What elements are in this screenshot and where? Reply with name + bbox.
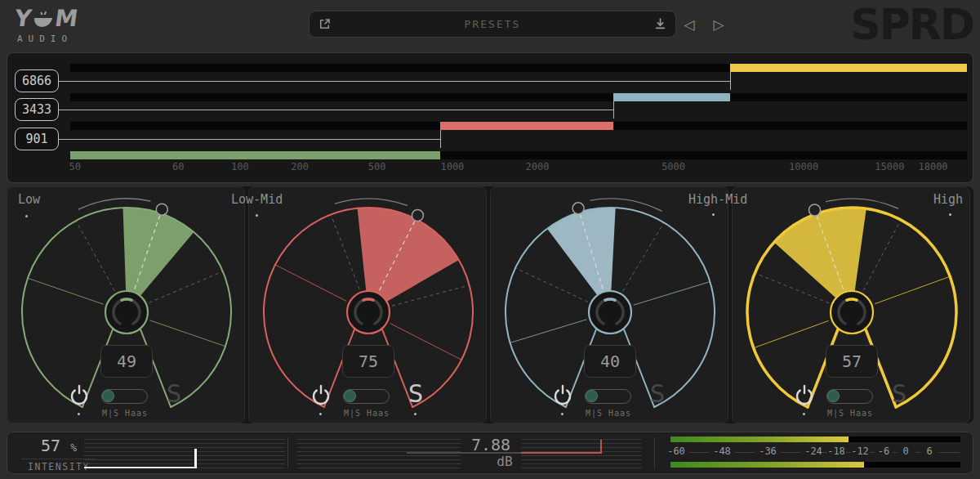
crossover-value-901[interactable]: 901 [15, 128, 59, 150]
high-mid-ms-haas-label: M|S Haas [572, 409, 644, 418]
gauge-swoosh [335, 199, 407, 205]
meter-bar-left [670, 436, 960, 442]
freq-track-high-mid [70, 93, 967, 101]
meter-scale-label: 6 [926, 445, 932, 457]
save-preset-icon[interactable] [653, 17, 667, 31]
intensity-slider[interactable] [84, 439, 285, 468]
gauge-graduation-line [332, 215, 360, 289]
gain-slider-handle[interactable] [600, 440, 602, 454]
toggle-knob [827, 390, 840, 402]
freq-axis-label: 2000 [525, 161, 549, 172]
high-knob[interactable] [831, 291, 873, 334]
high-mid-power-button[interactable] [551, 383, 574, 409]
knob-indicator-arc [605, 299, 615, 300]
freq-track-low-mid [70, 122, 967, 130]
meter-scale-label: -48 [713, 445, 731, 457]
meter-fill-right [670, 462, 864, 468]
gauge-graduation-line [149, 271, 222, 302]
low-power-dot [78, 413, 80, 415]
crossover-line [59, 110, 613, 110]
crossover-value-6866[interactable]: 6866 [15, 69, 59, 92]
band-title-dot-high-mid [712, 213, 715, 216]
low-solo-button[interactable]: S [161, 378, 187, 408]
low-ms-haas-toggle[interactable] [101, 389, 148, 404]
crossover-tick[interactable] [613, 101, 614, 119]
top-bar: YM AUDIO PRESETS ◁ ▷ SPRD [0, 0, 980, 51]
freq-band-fill-high-mid[interactable] [613, 93, 730, 101]
freq-axis-label: 18000 [918, 161, 947, 172]
meter-scale-label: -60 [667, 445, 685, 457]
yum-logo-sub: AUDIO [15, 34, 78, 44]
intensity-unit: % [70, 441, 77, 454]
high-ms-haas-toggle[interactable] [826, 389, 873, 404]
gauge-graduation-line [863, 221, 901, 291]
gauge-graduation-line [76, 222, 114, 291]
high-gauge-handle[interactable] [809, 204, 821, 216]
spectrum-panel: 6866343390150601002005001000200050001000… [7, 52, 973, 183]
low-mid-knob[interactable] [347, 291, 390, 334]
brand-letter: M [53, 7, 80, 30]
band-title-high-mid: High-Mid [688, 192, 747, 207]
low-mid-solo-button[interactable]: S [403, 378, 429, 408]
low-power-button[interactable] [68, 383, 91, 409]
toggle-knob [344, 390, 356, 402]
freq-axis-label: 1000 [440, 161, 464, 172]
gauge-graduation-line [623, 223, 664, 291]
high-power-button[interactable] [793, 383, 816, 409]
band-title-high: High [933, 192, 963, 207]
high-mid-ms-haas-toggle[interactable] [585, 389, 631, 404]
crossover-tick[interactable] [730, 72, 731, 90]
freq-band-fill-low[interactable] [70, 151, 440, 159]
low-ms-haas-label: M|S Haas [89, 409, 161, 418]
freq-track-high [70, 64, 967, 72]
gain-slider-left[interactable] [297, 439, 461, 468]
band-panel-high: 57M|S HaasS [732, 186, 970, 423]
gain-slider-right[interactable] [521, 439, 642, 468]
meter-scale-dash [822, 452, 827, 453]
low-mid-solo-dot [414, 413, 416, 415]
meter-fill-left [670, 436, 849, 442]
freq-axis-label: 10000 [789, 161, 818, 172]
sprd-logo: SPRD [850, 0, 973, 49]
gauge-axis-line [875, 276, 950, 304]
yum-logotype: YM [13, 7, 80, 30]
presets-dropdown[interactable]: PRESETS [309, 11, 676, 38]
meter-scale-label: -36 [759, 445, 777, 457]
gain-value[interactable]: 7.88 [462, 435, 519, 454]
meter-scale-dash [781, 452, 800, 453]
next-preset-button[interactable]: ▷ [709, 15, 728, 34]
low-mid-gauge-handle[interactable] [412, 210, 423, 222]
low-mid-value-box[interactable]: 75 [342, 345, 394, 378]
meter-scale-dash [735, 452, 755, 453]
high-solo-button[interactable]: S [886, 378, 912, 408]
low-knob[interactable] [105, 291, 148, 334]
open-preset-icon[interactable] [318, 17, 332, 31]
gauge-axis-line [754, 320, 829, 348]
high-mid-solo-button[interactable]: S [644, 378, 670, 408]
gauge-axis-line [28, 278, 104, 304]
high-value-box[interactable]: 57 [826, 345, 878, 378]
footer-divider [287, 437, 288, 468]
low-value-box[interactable]: 49 [100, 345, 153, 378]
freq-axis-label: 15000 [875, 161, 904, 172]
crossover-value-3433[interactable]: 3433 [15, 98, 59, 121]
yum-audio-logo: YM AUDIO [15, 7, 78, 44]
low-mid-power-button[interactable] [310, 383, 332, 409]
intensity-slider-value-line [84, 467, 196, 468]
gauge-axis-line [510, 320, 587, 343]
prev-preset-button[interactable]: ◁ [679, 15, 699, 34]
freq-axis-label: 100 [231, 161, 249, 172]
high-mid-gauge-handle[interactable] [572, 203, 584, 214]
presets-label[interactable]: PRESETS [332, 18, 653, 30]
high-mid-knob[interactable] [589, 291, 631, 334]
gauge-axis-line [390, 324, 461, 360]
low-gauge-handle[interactable] [156, 204, 167, 215]
freq-band-fill-high[interactable] [730, 64, 967, 72]
low-mid-ms-haas-toggle[interactable] [343, 389, 390, 404]
high-mid-value-box[interactable]: 40 [584, 345, 636, 378]
freq-band-fill-low-mid[interactable] [440, 122, 613, 130]
band-title-low: Low [18, 192, 40, 207]
intensity-slider-handle[interactable] [194, 449, 197, 468]
meter-scale-label: -18 [827, 445, 845, 457]
crossover-tick[interactable] [440, 130, 441, 148]
